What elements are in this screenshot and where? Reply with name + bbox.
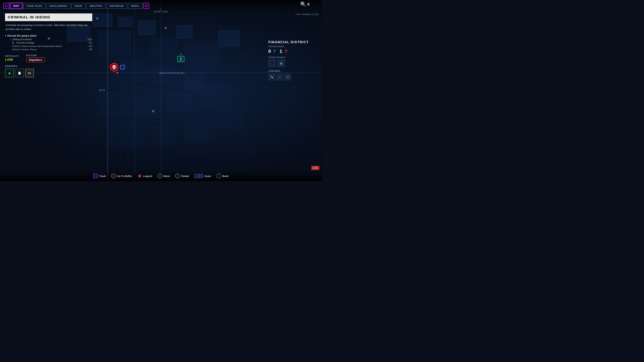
back-label: Back (222, 175, 228, 177)
gcn-label: GCN (99, 89, 105, 91)
criminal-activity-row: 0 ? 1 ▽ (268, 49, 319, 54)
powers-club-label: THE POWERS CLUB (296, 13, 319, 15)
tab-abilities[interactable]: ABILITIES (86, 3, 106, 9)
mission-panel: CRIMINAL IN HIDING Criminals are prepari… (5, 13, 92, 77)
tab-database[interactable]: DATABASE (106, 3, 127, 9)
go-to-belfry-label: Go To Belfry (117, 175, 132, 177)
sub-objective-1: Defeat all enemies 0/10 (8, 38, 92, 41)
map-crosshair (161, 0, 161, 181)
district-name: FINANCIAL DISTRICT (268, 40, 319, 44)
bonus-objective-1: BONUS: Defeat enemies with Heavy Melee A… (10, 45, 92, 47)
city-block (97, 30, 131, 55)
diamond-icon: ◇ (180, 52, 182, 56)
faction-symbol-1: ⚙ (271, 61, 273, 65)
city-block (138, 20, 156, 35)
tab-case-files[interactable]: CASE FILES (23, 3, 45, 9)
npc-marker: ◇ 👤 (178, 52, 184, 62)
bonus-objective-2-count: 0/3 (89, 48, 92, 51)
bottom-action-bar: □ Track R3 Go To Belfry Legend ⊙ Move (0, 171, 322, 181)
city-block (184, 42, 218, 69)
l-stick-label: ⊙ (159, 175, 160, 177)
go-to-belfry-action[interactable]: R3 Go To Belfry (111, 174, 132, 178)
mission-title: CRIMINAL IN HIDING (5, 13, 92, 21)
bonus-objective-1-count: 0/2 (89, 45, 92, 47)
snowflake-icon (138, 174, 142, 178)
search-count: 0 (308, 2, 310, 6)
rotate-label: Rotate (181, 175, 189, 177)
city-block (118, 17, 132, 27)
question-mark-icon: ? (273, 49, 276, 53)
collectible-icon-3: 🗃 (284, 73, 291, 80)
tab-gear[interactable]: GEAR (71, 3, 85, 9)
branding-line2: GUIDES (312, 168, 318, 169)
r3-button-icon: R3 (111, 174, 116, 178)
city-block (201, 84, 232, 107)
objectives-list: Disrupt the gang's plans Defeat all enem… (5, 34, 92, 51)
rewards-row: ◆ 📋 XP (5, 69, 92, 77)
npc-icon: 👤 (178, 56, 184, 62)
collectibles-label: Collectibles (268, 69, 319, 72)
sub-objective-2-count: 0/1 (89, 41, 92, 44)
gamer-guides-logo: GAMER GUIDES (311, 166, 320, 170)
tab-challenges[interactable]: CHALLENGES (46, 3, 70, 9)
faction-icon-1: ⚙ (268, 59, 276, 67)
road-vertical (107, 0, 108, 181)
city-block (176, 25, 193, 38)
main-objective-label: Disrupt the gang's plans (8, 34, 36, 37)
back-icon: ○ (218, 175, 219, 177)
reward-diamond-icon: ◆ (8, 71, 11, 75)
rotate-action[interactable]: ⊙ Rotate (175, 174, 189, 178)
zoom-button-icons: L2 R2 (194, 174, 203, 178)
city-block (151, 67, 174, 84)
r-stick-label: ⊙ (177, 175, 178, 177)
city-block (92, 13, 112, 27)
right-panel: FINANCIAL DISTRICT Criminal Activity 0 ?… (268, 40, 319, 80)
collectible-symbol-3: 🗃 (286, 75, 289, 78)
legend-button-icon (138, 174, 142, 178)
r1-trigger[interactable]: R1 (143, 3, 149, 9)
exclaim-count: 1 (280, 49, 282, 54)
mission-description: Criminals are preparing to commit a crim… (5, 23, 92, 31)
search-area[interactable]: 🔍 0 (300, 1, 310, 7)
sub-objective-2-label: 👤 Free the Hostage (10, 41, 34, 44)
l1-trigger[interactable]: L1 (3, 3, 10, 9)
branding-line1: GAMER (312, 166, 318, 168)
move-action[interactable]: ⊙ Move (158, 174, 170, 178)
city-block (218, 30, 240, 47)
tab-email[interactable]: EMAIL (128, 3, 143, 9)
track-label: Track (99, 175, 106, 177)
skull-icon: 💀 (110, 63, 118, 71)
square-icon: □ (95, 175, 96, 177)
city-block (151, 37, 178, 57)
tab-map[interactable]: MAP (10, 3, 22, 9)
city-block (109, 121, 142, 147)
mission-marker[interactable]: 💀 ◆ (110, 63, 125, 74)
reward-icon-2: 📋 (15, 69, 24, 77)
faction-label: FACTION (26, 54, 45, 57)
city-block (184, 117, 215, 142)
bonus-objective-2-label: BONUS: Perform Throws (10, 48, 37, 51)
sub-objective-2: 👤 Free the Hostage 0/1 (8, 41, 92, 44)
road-vertical-2 (134, 0, 135, 181)
legend-action[interactable]: Legend (138, 174, 152, 178)
search-icon: 🔍 (300, 1, 306, 7)
zoom-action[interactable]: L2 R2 Zoom (194, 174, 211, 178)
faction-symbol-2: ▦ (280, 62, 282, 65)
square-button-icon (120, 65, 125, 69)
top-navigation: L1 MAP CASE FILES CHALLENGES GEAR ABILIT… (0, 0, 322, 12)
difficulty-section: DIFFICULTY LOW (5, 55, 19, 61)
reward-xp-label: XP (28, 72, 31, 74)
faction-section: FACTION Regulators (26, 54, 45, 62)
difficulty-value: LOW (5, 58, 19, 61)
r3-label: R3 (113, 175, 114, 177)
zoom-label: Zoom (204, 175, 211, 177)
sub-objective-1-label: Defeat all enemies (10, 38, 32, 41)
hostage-icon: 👤 (12, 41, 14, 44)
back-button-icon: ○ (216, 174, 221, 178)
back-action[interactable]: ○ Back (216, 174, 228, 178)
difficulty-label: DIFFICULTY (5, 55, 19, 57)
collectible-symbol-1: 🪶 (270, 75, 273, 79)
exclamation-icon: ▽ (284, 49, 288, 53)
collectibles-icons: 🪶 ✓ 🗃 (268, 73, 319, 80)
track-action[interactable]: □ Track (94, 174, 106, 178)
